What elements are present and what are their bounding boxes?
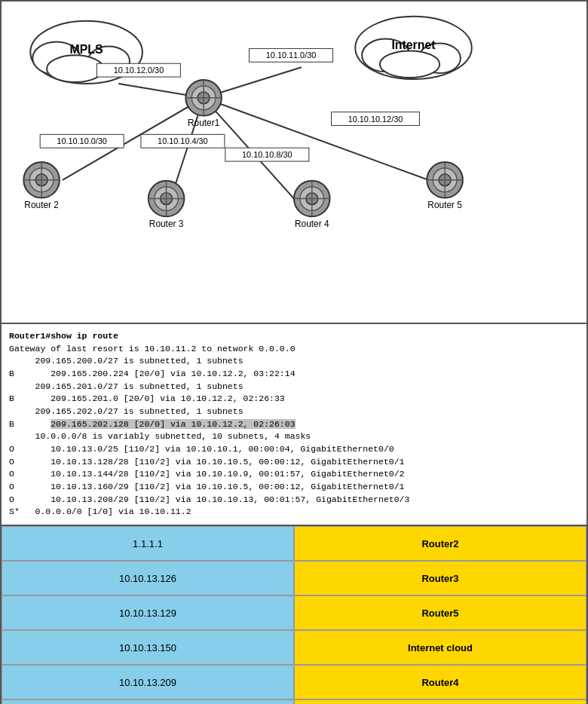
svg-point-34 [294, 181, 330, 217]
svg-point-6 [30, 21, 142, 84]
svg-text:10.10.10.0/30: 10.10.10.0/30 [57, 136, 107, 145]
match-right-5[interactable]: Router4 [294, 665, 586, 699]
svg-point-12 [362, 39, 409, 72]
svg-point-13 [418, 43, 460, 73]
match-left-4[interactable]: 10.10.13.150 [2, 630, 294, 665]
cli-line-2: 209.165.200.0/27 is subnetted, 1 subnets [9, 355, 579, 368]
svg-text:Router 5: Router 5 [427, 200, 462, 210]
svg-line-1 [204, 67, 302, 98]
match-right-1[interactable]: Router2 [294, 526, 586, 561]
svg-point-11 [355, 17, 472, 79]
svg-point-16 [185, 80, 222, 116]
cli-line-5: B 209.165.201.0 [20/0] via 10.10.12.2, 0… [9, 393, 579, 406]
cli-line-13: O 10.10.13.208/29 [110/2] via 10.10.10.1… [9, 494, 579, 507]
cli-line-10: O 10.10.13.128/28 [110/2] via 10.10.10.5… [9, 456, 579, 469]
svg-text:10.10.12.0/30: 10.10.12.0/30 [114, 66, 164, 75]
cli-line-4: 209.165.201.0/27 is subnetted, 1 subnets [9, 381, 579, 393]
svg-point-30 [161, 193, 173, 205]
svg-point-40 [427, 162, 463, 198]
cli-line-11: O 10.10.13.144/28 [110/2] via 10.10.10.9… [9, 468, 579, 481]
svg-line-2 [63, 98, 204, 180]
match-left-3[interactable]: 10.10.13.129 [2, 595, 294, 630]
svg-rect-46 [96, 63, 180, 77]
svg-line-5 [204, 98, 428, 180]
svg-text:MPLS: MPLS [70, 43, 103, 56]
match-left-2[interactable]: 10.10.13.126 [2, 561, 294, 595]
svg-line-0 [118, 84, 204, 98]
svg-point-22 [23, 162, 60, 198]
svg-point-35 [300, 187, 324, 211]
match-right-3[interactable]: Router5 [294, 595, 586, 630]
svg-point-28 [149, 181, 185, 217]
svg-text:10.10.10.8/30: 10.10.10.8/30 [242, 150, 292, 159]
cli-line-9: O 10.10.13.0/25 [110/2] via 10.10.10.1, … [9, 443, 579, 456]
cli-line-14: S* 0.0.0.0/0 [1/0] via 10.10.11.2 [9, 506, 579, 519]
match-left-5[interactable]: 10.10.13.209 [2, 665, 294, 699]
cli-line-12: O 10.10.13.160/29 [110/2] via 10.10.10.5… [9, 481, 579, 494]
svg-point-29 [155, 187, 179, 211]
match-left-6[interactable]: 209.165.200.30 [2, 699, 294, 704]
svg-point-7 [32, 41, 80, 75]
svg-point-41 [433, 168, 457, 192]
svg-line-3 [171, 98, 204, 199]
svg-point-9 [47, 55, 103, 82]
svg-point-17 [191, 86, 216, 110]
svg-rect-54 [225, 148, 309, 161]
cli-line-1: Gateway of last resort is 10.10.11.2 to … [9, 343, 579, 356]
svg-point-8 [88, 46, 130, 76]
svg-text:Router 4: Router 4 [295, 219, 329, 229]
svg-point-24 [35, 174, 47, 186]
svg-point-23 [29, 168, 54, 192]
svg-text:10.10.10.12/30: 10.10.10.12/30 [348, 115, 403, 124]
matching-table: 1.1.1.1 Router2 10.10.13.126 Router3 10.… [0, 526, 588, 704]
svg-text:10.10.10.4/30: 10.10.10.4/30 [158, 136, 208, 145]
svg-text:Router 3: Router 3 [149, 219, 184, 229]
match-right-2[interactable]: Router3 [294, 561, 586, 595]
match-left-1[interactable]: 1.1.1.1 [2, 526, 294, 561]
cli-line-7: B 209.165.202.128 [20/0] via 10.10.12.2,… [9, 418, 579, 431]
cli-line-8: 10.0.0.0/8 is variably subnetted, 10 sub… [9, 430, 579, 443]
svg-text:Router1: Router1 [188, 118, 220, 128]
svg-point-36 [306, 193, 318, 205]
match-right-4[interactable]: Internet cloud [294, 630, 586, 665]
svg-line-4 [204, 98, 294, 199]
cli-line-6: 209.165.202.0/27 is subnetted, 1 subnets [9, 406, 579, 418]
network-diagram: MPLS Internet Router1 Router [0, 0, 588, 324]
cli-output: Router1#show ip route Gateway of last re… [0, 324, 588, 526]
svg-text:10.10.11.0/30: 10.10.11.0/30 [266, 51, 317, 60]
svg-rect-48 [250, 48, 333, 62]
svg-text:Internet: Internet [391, 38, 436, 51]
svg-point-18 [198, 92, 210, 104]
match-right-6[interactable]: MPLS cloud [294, 699, 586, 704]
svg-rect-50 [40, 134, 124, 148]
svg-point-14 [380, 51, 439, 78]
cli-line-3: B 209.165.200.224 [20/0] via 10.10.12.2,… [9, 368, 579, 381]
svg-point-42 [439, 174, 451, 186]
svg-rect-52 [141, 134, 225, 148]
svg-text:Router 2: Router 2 [24, 200, 59, 210]
cli-prompt: Router1#show ip route [9, 330, 579, 343]
svg-rect-56 [332, 112, 420, 126]
